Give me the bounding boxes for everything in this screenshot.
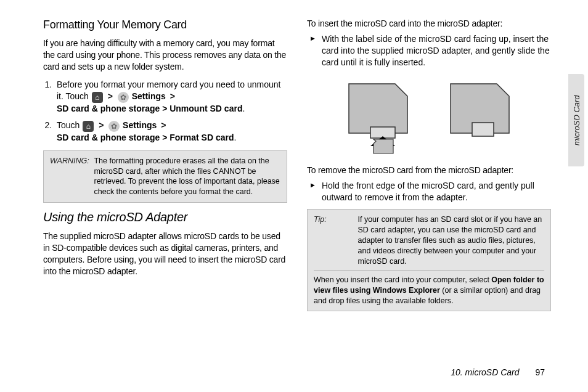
warning-box: WARNING: The formatting procedure erases… [43, 150, 287, 203]
heading-formatting: Formatting Your Memory Card [43, 18, 287, 31]
tip-text-2: When you insert the card into your compu… [314, 275, 544, 306]
home-icon: ⌂ [83, 121, 94, 132]
side-tab: microSD Card [568, 74, 584, 166]
page-footer: 10. microSD Card 97 [451, 367, 545, 377]
tip-divider [314, 271, 544, 271]
gt-icon: > [99, 120, 104, 130]
period: . [234, 133, 236, 142]
period: . [242, 104, 245, 113]
insert-lead: To insert the microSD card into the micr… [307, 18, 551, 28]
settings-label: Settings [123, 120, 157, 130]
adapter-figure [307, 75, 551, 157]
footer-page-number: 97 [535, 367, 545, 377]
warning-label: WARNING: [50, 156, 92, 166]
step-1: Before you format your memory card you n… [54, 79, 287, 115]
left-column: Formatting Your Memory Card If you are h… [43, 18, 287, 317]
tip2-pre: When you insert the card into your compu… [314, 276, 491, 284]
warning-text: The formatting procedure erases all the … [94, 156, 280, 198]
formatting-intro: If you are having difficulty with a memo… [43, 38, 287, 73]
gt-icon: > [161, 120, 166, 130]
footer-chapter: 10. microSD Card [451, 367, 519, 377]
tip-text-1: If your computer has an SD card slot or … [357, 214, 544, 266]
remove-lead: To remove the microSD card from the micr… [307, 165, 551, 175]
step-2: Touch ⌂ > ✿ Settings > SD card & phone s… [54, 120, 287, 144]
step2-path: SD card & phone storage > Format SD card [57, 133, 234, 142]
gear-icon: ✿ [118, 92, 129, 103]
gt-icon: > [108, 91, 113, 101]
insert-step: With the label side of the microSD card … [307, 33, 551, 68]
tip-label: Tip: [314, 214, 356, 225]
formatting-steps: Before you format your memory card you n… [54, 79, 287, 144]
heading-adapter: Using the microSD Adapter [43, 210, 287, 224]
tip-box: Tip: If your computer has an SD card slo… [307, 209, 551, 311]
remove-step: Hold the front edge of the microSD card,… [307, 180, 551, 203]
step1-path: SD card & phone storage > Unmount SD car… [57, 104, 242, 113]
adapter-intro: The supplied microSD adapter allows micr… [43, 231, 287, 277]
gear-icon: ✿ [108, 121, 120, 132]
right-column: To insert the microSD card into the micr… [307, 18, 551, 317]
step2-text: Touch [57, 120, 82, 130]
gt-icon: > [170, 91, 175, 101]
home-icon: ⌂ [92, 92, 103, 103]
settings-label: Settings [132, 91, 166, 101]
step1-text: Before you format your memory card you n… [57, 80, 280, 102]
